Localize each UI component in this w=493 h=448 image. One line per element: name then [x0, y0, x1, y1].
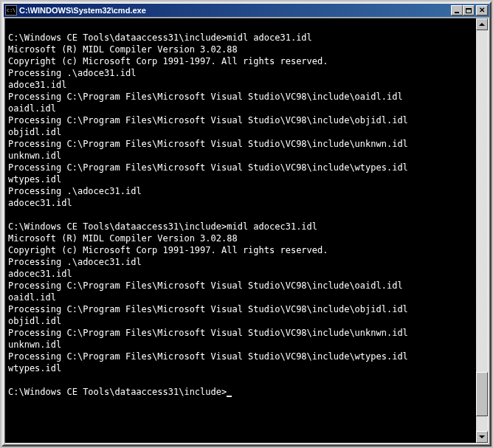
cmd-icon: c:\: [5, 5, 17, 15]
console-line: Processing C:\Program Files\Microsoft Vi…: [8, 138, 473, 150]
scroll-track[interactable]: [476, 30, 488, 431]
window-controls: ✕: [451, 5, 488, 15]
console-output[interactable]: C:\Windows CE Tools\dataaccess31\include…: [5, 18, 476, 443]
minimize-button[interactable]: [451, 5, 463, 15]
vertical-scrollbar[interactable]: [476, 18, 488, 443]
console-line: Processing C:\Program Files\Microsoft Vi…: [8, 114, 473, 126]
console-line: Processing C:\Program Files\Microsoft Vi…: [8, 351, 473, 362]
cmd-window: c:\ C:\WINDOWS\System32\cmd.exe ✕ C:\Win…: [1, 1, 492, 447]
console-line: Microsoft (R) MIDL Compiler Version 3.02…: [8, 44, 473, 55]
console-line: Processing C:\Program Files\Microsoft Vi…: [8, 280, 473, 292]
console-prompt[interactable]: C:\Windows CE Tools\dataaccess31\include…: [8, 386, 473, 398]
console-line: Copyright (c) Microsoft Corp 1991-1997. …: [8, 55, 473, 67]
console-line: oaidl.idl: [8, 292, 473, 303]
console-line: C:\Windows CE Tools\dataaccess31\include…: [8, 32, 473, 44]
console-line: unknwn.idl: [8, 150, 473, 162]
console-line: Processing .\adocec31.idl: [8, 256, 473, 268]
console-line: Processing .\adocec31.idl: [8, 185, 473, 197]
console-line: wtypes.idl: [8, 173, 473, 185]
console-line: Processing C:\Program Files\Microsoft Vi…: [8, 327, 473, 339]
minimize-icon: [455, 12, 459, 13]
cursor: [227, 396, 232, 397]
console-line: Copyright (c) Microsoft Corp 1991-1997. …: [8, 244, 473, 256]
window-title: C:\WINDOWS\System32\cmd.exe: [19, 6, 451, 15]
prompt-text: C:\Windows CE Tools\dataaccess31\include…: [8, 387, 227, 397]
console-line: Processing .\adoce31.idl: [8, 67, 473, 79]
console-line: Processing C:\Program Files\Microsoft Vi…: [8, 91, 473, 103]
console-line: Processing C:\Program Files\Microsoft Vi…: [8, 162, 473, 173]
console-line: Processing C:\Program Files\Microsoft Vi…: [8, 303, 473, 315]
console-line: Microsoft (R) MIDL Compiler Version 3.02…: [8, 232, 473, 244]
console-line: adocec31.idl: [8, 197, 473, 209]
maximize-button[interactable]: [463, 5, 475, 15]
client-area: C:\Windows CE Tools\dataaccess31\include…: [4, 18, 489, 444]
close-icon: ✕: [479, 7, 485, 14]
scroll-up-button[interactable]: [476, 18, 488, 30]
arrow-up-icon: [479, 23, 485, 26]
console-line: objidl.idl: [8, 126, 473, 138]
console-line: objidl.idl: [8, 315, 473, 327]
console-line: [8, 20, 473, 32]
console-line: oaidl.idl: [8, 103, 473, 114]
console-line: adocec31.idl: [8, 268, 473, 280]
maximize-icon: [466, 8, 472, 13]
scroll-thumb[interactable]: [476, 372, 488, 416]
window-inner: c:\ C:\WINDOWS\System32\cmd.exe ✕ C:\Win…: [3, 3, 490, 445]
console-line: C:\Windows CE Tools\dataaccess31\include…: [8, 221, 473, 232]
titlebar[interactable]: c:\ C:\WINDOWS\System32\cmd.exe ✕: [4, 4, 489, 17]
console-line: wtypes.idl: [8, 362, 473, 374]
console-line: adoce31.idl: [8, 79, 473, 91]
close-button[interactable]: ✕: [476, 5, 488, 15]
arrow-down-icon: [479, 435, 485, 438]
scroll-down-button[interactable]: [476, 431, 488, 443]
console-line: [8, 209, 473, 221]
console-line: [8, 374, 473, 386]
console-line: unknwn.idl: [8, 339, 473, 351]
